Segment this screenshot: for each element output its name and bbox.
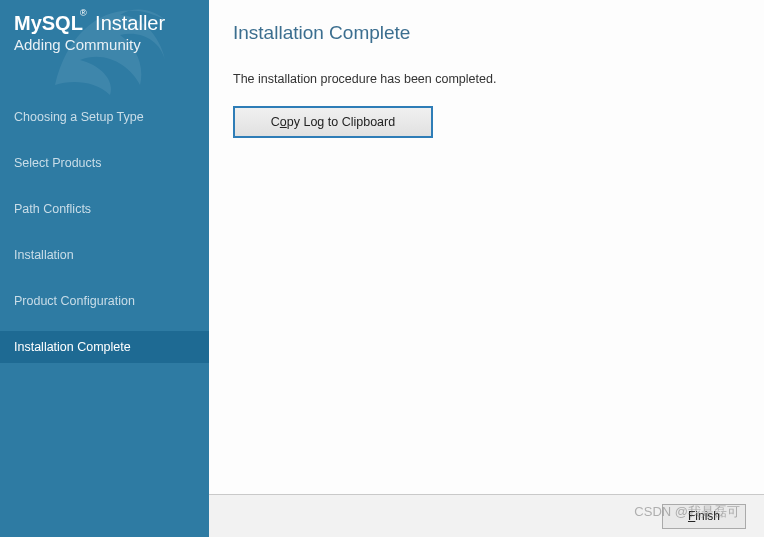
sidebar-item-path-conflicts[interactable]: Path Conflicts (0, 193, 209, 225)
brand-subtitle: Adding Community (14, 36, 195, 53)
sidebar: MySQL® Installer Adding Community Choosi… (0, 0, 209, 537)
sidebar-item-installation-complete[interactable]: Installation Complete (0, 331, 209, 363)
copy-log-button[interactable]: Copy Log to Clipboard (233, 106, 433, 138)
sidebar-item-select-products[interactable]: Select Products (0, 147, 209, 179)
sidebar-item-installation[interactable]: Installation (0, 239, 209, 271)
completion-message: The installation procedure has been comp… (233, 72, 740, 86)
installer-window: MySQL® Installer Adding Community Choosi… (0, 0, 764, 537)
registered-icon: ® (80, 8, 87, 18)
brand-name: MySQL (14, 12, 83, 34)
content-area: Installation Complete The installation p… (209, 0, 764, 494)
sidebar-item-product-configuration[interactable]: Product Configuration (0, 285, 209, 317)
step-list: Choosing a Setup Type Select Products Pa… (0, 101, 209, 363)
page-title: Installation Complete (233, 22, 740, 44)
brand-block: MySQL® Installer Adding Community (0, 0, 209, 53)
footer-bar: Finish (209, 494, 764, 537)
sidebar-item-setup-type[interactable]: Choosing a Setup Type (0, 101, 209, 133)
main-panel: Installation Complete The installation p… (209, 0, 764, 537)
brand-product: Installer (95, 12, 165, 34)
brand-title: MySQL® Installer (14, 12, 195, 34)
finish-button[interactable]: Finish (662, 504, 746, 529)
